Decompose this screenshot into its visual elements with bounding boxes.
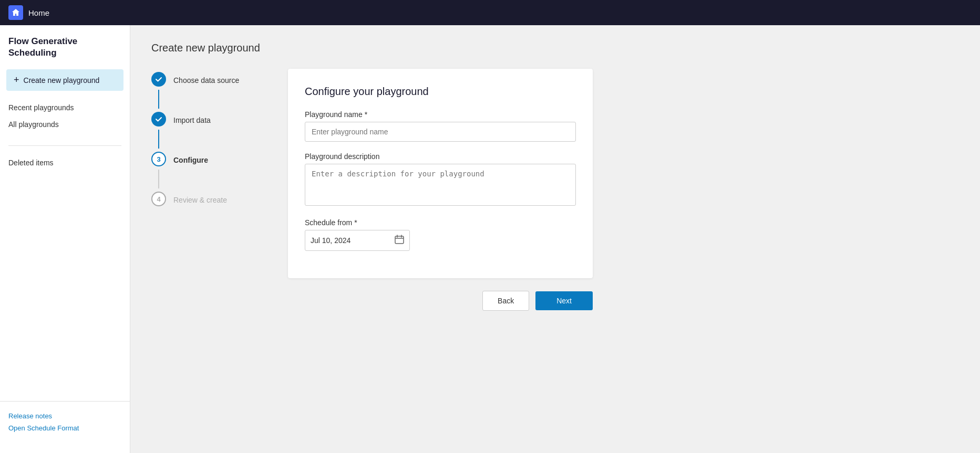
calendar-icon <box>395 235 404 246</box>
step-4-label: Review & create <box>173 194 227 204</box>
sidebar-divider <box>8 145 121 146</box>
step-2-label: Import data <box>173 114 211 124</box>
playground-name-field: Playground name * <box>305 110 576 142</box>
back-button[interactable]: Back <box>482 291 529 311</box>
create-new-playground-button[interactable]: + Create new playground <box>6 69 123 91</box>
playground-name-label: Playground name * <box>305 110 576 119</box>
connector-2-3 <box>151 130 267 149</box>
sidebar-app-title: Flow Generative Scheduling <box>0 36 130 69</box>
topbar: Home <box>0 0 980 25</box>
playground-description-label: Playground description <box>305 152 576 161</box>
sidebar-nav: Recent playgrounds All playgrounds <box>0 99 130 133</box>
step-3-label: Configure <box>173 154 208 164</box>
step-3-number: 3 <box>157 155 160 163</box>
main-layout: Flow Generative Scheduling + Create new … <box>0 25 980 453</box>
form-card: Configure your playground Playground nam… <box>288 69 593 278</box>
release-notes-link[interactable]: Release notes <box>8 410 121 422</box>
create-button-label: Create new playground <box>24 76 100 85</box>
step-2-circle <box>151 112 166 127</box>
form-card-title: Configure your playground <box>305 86 576 98</box>
step-4-number: 4 <box>157 195 160 203</box>
steps-form-layout: Choose data source Import data <box>151 69 959 436</box>
plus-icon: + <box>14 75 19 86</box>
playground-name-input[interactable] <box>305 122 576 142</box>
step-3-row: 3 Configure <box>151 149 267 170</box>
sidebar-item-recent[interactable]: Recent playgrounds <box>8 99 121 116</box>
step-1-circle <box>151 72 166 87</box>
step-1-row: Choose data source <box>151 69 267 90</box>
topbar-title: Home <box>28 8 49 17</box>
sidebar-item-all[interactable]: All playgrounds <box>8 116 121 133</box>
next-button[interactable]: Next <box>535 291 593 310</box>
steps-panel: Choose data source Import data <box>151 69 267 209</box>
schedule-from-date-picker[interactable]: Jul 10, 2024 <box>305 230 410 251</box>
step-4-circle: 4 <box>151 192 166 206</box>
playground-description-field: Playground description <box>305 152 576 208</box>
sidebar-bottom: Release notes Open Schedule Format <box>0 401 130 443</box>
svg-rect-0 <box>395 236 404 244</box>
step-1-label: Choose data source <box>173 74 239 85</box>
sidebar-item-deleted[interactable]: Deleted items <box>0 154 130 171</box>
schedule-from-field: Schedule from * Jul 10, 2024 <box>305 218 576 251</box>
content-area: Create new playground Choose data source <box>130 25 980 453</box>
step-2-row: Import data <box>151 109 267 130</box>
playground-description-input[interactable] <box>305 164 576 206</box>
sidebar: Flow Generative Scheduling + Create new … <box>0 25 130 453</box>
schedule-from-label: Schedule from * <box>305 218 576 227</box>
action-bar: Back Next <box>288 282 593 319</box>
schedule-from-value: Jul 10, 2024 <box>311 236 395 245</box>
step-4-row: 4 Review & create <box>151 188 267 209</box>
home-icon[interactable] <box>8 5 23 20</box>
form-section: Configure your playground Playground nam… <box>288 69 593 319</box>
connector-3-4 <box>151 170 267 188</box>
step-3-circle: 3 <box>151 152 166 166</box>
page-title: Create new playground <box>151 42 959 54</box>
connector-1-2 <box>151 90 267 109</box>
open-schedule-format-link[interactable]: Open Schedule Format <box>8 422 121 434</box>
